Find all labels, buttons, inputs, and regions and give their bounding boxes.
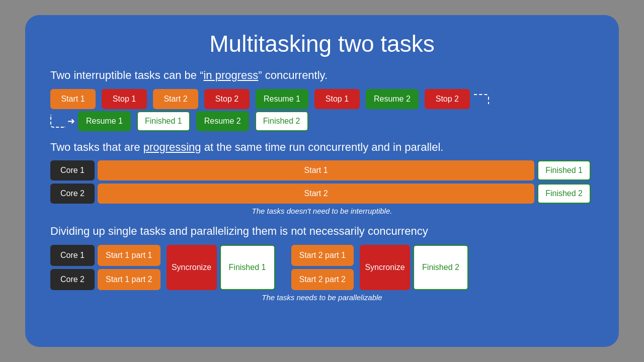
btn-stop1-b: Stop 1 bbox=[314, 89, 360, 109]
btn-finished1-a: Finished 1 bbox=[137, 111, 190, 131]
btn-stop1-a: Stop 1 bbox=[102, 89, 147, 109]
section3-label: Dividing up single tasks and parallelizi… bbox=[50, 224, 594, 239]
section1: Two interruptible tasks can be “in progr… bbox=[50, 68, 594, 131]
start1-part1: Start 1 part 1 bbox=[98, 245, 160, 266]
section2-label: Two tasks that are progressing at the sa… bbox=[50, 140, 594, 155]
core-row-1: Core 1 Start 1 Finished 1 bbox=[50, 160, 594, 180]
btn-resume2-a: Resume 2 bbox=[366, 89, 419, 109]
section2-note: The tasks doesn't need to be interruptib… bbox=[50, 207, 594, 215]
section1-label: Two interruptible tasks can be “in progr… bbox=[50, 68, 594, 83]
core-row-2: Core 2 Start 2 Finished 2 bbox=[50, 184, 594, 204]
sync1-btn: Syncronize bbox=[167, 245, 217, 290]
btn-stop2-a: Stop 2 bbox=[204, 89, 250, 109]
start1-bar: Start 1 bbox=[98, 160, 534, 180]
start2-part1: Start 2 part 1 bbox=[291, 245, 354, 266]
sync2-btn: Syncronize bbox=[360, 245, 410, 290]
btn-resume1-a: Resume 1 bbox=[256, 89, 308, 109]
section3-note: The tasks needs to be parallelizable bbox=[50, 293, 594, 302]
btn-finished2-a: Finished 2 bbox=[255, 111, 308, 131]
btn-resume2-b: Resume 2 bbox=[196, 111, 249, 131]
finished2-s3: Finished 2 bbox=[413, 245, 468, 290]
core2-label-s3: Core 2 bbox=[50, 269, 95, 290]
start1-part2: Start 1 part 2 bbox=[98, 269, 160, 290]
btn-resume1-b: Resume 1 bbox=[78, 111, 131, 131]
btn-start2-a: Start 2 bbox=[153, 89, 198, 109]
btn-stop2-b: Stop 2 bbox=[425, 89, 470, 109]
section3: Dividing up single tasks and parallelizi… bbox=[50, 224, 594, 302]
start2-bar: Start 2 bbox=[98, 184, 534, 204]
core1-label-s3: Core 1 bbox=[50, 245, 95, 266]
core1-label: Core 1 bbox=[50, 160, 95, 180]
core2-label: Core 2 bbox=[50, 184, 95, 204]
slide: Multitasking two tasks Two interruptible… bbox=[25, 15, 619, 347]
finished1-s3: Finished 1 bbox=[220, 245, 275, 290]
btn-start1-a: Start 1 bbox=[50, 89, 96, 109]
slide-title: Multitasking two tasks bbox=[50, 30, 594, 57]
start2-part2: Start 2 part 2 bbox=[291, 269, 354, 290]
finished1-b: Finished 1 bbox=[537, 160, 591, 180]
section2: Two tasks that are progressing at the sa… bbox=[50, 140, 594, 216]
finished2-b: Finished 2 bbox=[537, 184, 591, 204]
